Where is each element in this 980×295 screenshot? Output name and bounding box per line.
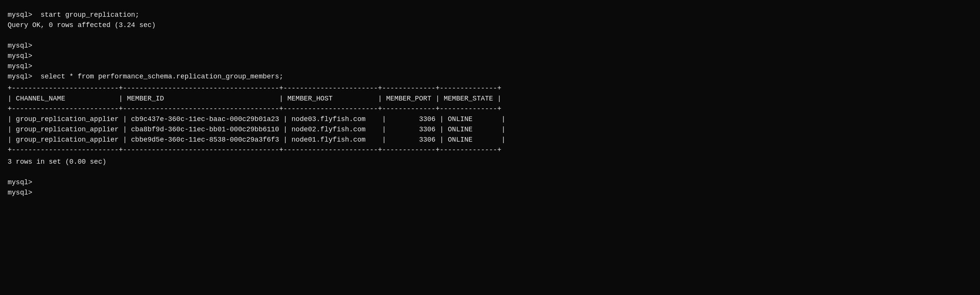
query-result-table: +--------------------------+------------… [8, 83, 972, 155]
table-data-row-1: | group_replication_applier | cb9c437e-3… [8, 114, 972, 124]
table-data-row-2: | group_replication_applier | cba8bf9d-3… [8, 124, 972, 135]
select-command-line: mysql> select * from performance_schema.… [8, 72, 972, 82]
terminal-window: mysql> start group_replication; Query OK… [8, 6, 972, 202]
empty-line-2 [8, 167, 972, 177]
command-line-1: mysql> start group_replication; [8, 10, 972, 20]
empty-line-1 [8, 30, 972, 41]
trailing-prompt-1: mysql> [8, 177, 972, 188]
table-data-row-3: | group_replication_applier | cbbe9d5e-3… [8, 135, 972, 145]
rows-affected-line: 3 rows in set (0.00 sec) [8, 157, 972, 167]
prompt-line-3: mysql> [8, 61, 972, 72]
table-header-row: | CHANNEL_NAME | MEMBER_ID | MEMBER_HOST… [8, 94, 972, 104]
output-line-1: Query OK, 0 rows affected (3.24 sec) [8, 20, 972, 30]
prompt-line-1: mysql> [8, 41, 972, 51]
table-bot-border: +--------------------------+------------… [8, 145, 972, 155]
prompt-line-2: mysql> [8, 51, 972, 61]
table-top-border: +--------------------------+------------… [8, 83, 972, 94]
table-mid-border: +--------------------------+------------… [8, 104, 972, 114]
trailing-prompt-2: mysql> [8, 188, 972, 198]
